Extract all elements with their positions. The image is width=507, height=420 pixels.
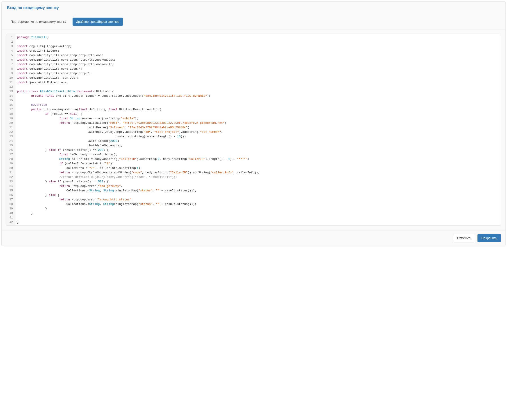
code-line[interactable]: } else if (result.status() == 200) { [17,148,501,152]
code-line[interactable]: Collections.<String, String>singletonMap… [17,202,501,206]
code-line[interactable]: } [17,220,501,225]
code-line[interactable]: import java.util.Collections; [17,80,501,85]
code-line[interactable]: .withTimeout(2000) [17,139,501,143]
tab-driver[interactable]: Драйвер провайдера звонков [73,18,123,26]
code-line[interactable]: import com.identityblitz.core.loop.http.… [17,62,501,67]
tabs-bar: Подтверждение по входящему звонку Драйве… [2,14,505,29]
content-area: 1234567891011121314151617181920212223242… [2,29,505,230]
code-line[interactable]: return HttpLoop.error("wrong_http_status… [17,198,501,202]
code-line[interactable]: return HttpLoop.error("bad_gateway", [17,184,501,188]
code-line[interactable]: import com.identityblitz.json.JObj; [17,76,501,80]
code-line[interactable]: .withHeader("X-Token", "17acf043a7767f98… [17,125,501,130]
tab-confirmation[interactable]: Подтверждение по входящему звонку [7,18,70,26]
code-line[interactable]: } [17,211,501,215]
code-line[interactable] [17,40,501,44]
code-line[interactable]: import com.identityblitz.core.loop.http.… [17,71,501,76]
save-button[interactable]: Сохранить [478,234,501,242]
code-line[interactable]: if (callerInfo.startsWith("8")) [17,161,501,166]
code-line[interactable]: } else { [17,193,501,198]
code-line[interactable]: //return HttpLoop.Ok(JsObj.empty.addStri… [17,175,501,179]
cancel-button[interactable]: Отменить [453,234,475,242]
code-line[interactable]: return HttpLoop.callBuilder("POST", "htt… [17,121,501,125]
code-line[interactable]: String callerInfo = body.asString("Calle… [17,157,501,161]
code-line[interactable]: final JsObj body = result.body(); [17,152,501,157]
code-line[interactable]: if (result == null) { [17,112,501,116]
code-line[interactable]: Collections.<String, String>singletonMap… [17,188,501,193]
code-line[interactable]: import org.slf4j.Logger; [17,49,501,53]
code-line[interactable]: import com.identityblitz.core.loop.http.… [17,58,501,62]
code-gutter: 1234567891011121314151617181920212223242… [6,34,15,225]
code-line[interactable]: public HttpLoopRequest run(final JsObj o… [17,107,501,112]
code-line[interactable] [17,215,501,220]
code-line[interactable]: private final org.slf4j.Logger logger = … [17,94,501,98]
code-line[interactable]: } [17,206,501,211]
code-line[interactable]: @Override [17,103,501,107]
code-line[interactable]: public class FlashCall1FactorFlow implem… [17,89,501,94]
code-line[interactable]: import org.slf4j.LoggerFactory; [17,44,501,49]
code-line[interactable] [17,85,501,89]
code-line[interactable]: .withBody(JsObj.empty.addString("id", "t… [17,130,501,134]
code-line[interactable]: import com.identityblitz.core.loop.http.… [17,53,501,58]
main-panel: Вход по входящему звонку Подтверждение п… [1,1,506,246]
code-line[interactable]: number.substring(number.length() - 10))) [17,134,501,139]
code-line[interactable]: package flashcall; [17,35,501,40]
code-editor[interactable]: 1234567891011121314151617181920212223242… [6,34,501,226]
code-line[interactable]: import com.identityblitz.core.loop.*; [17,67,501,71]
panel-title: Вход по входящему звонку [7,6,500,10]
footer-bar: Отменить Сохранить [2,230,505,246]
code-line[interactable]: .build(JsObj.empty); [17,143,501,148]
code-line[interactable]: callerInfo = "7" + callerInfo.substring(… [17,166,501,171]
code-line[interactable]: final String number = obj.asString("mobi… [17,116,501,121]
code-line[interactable] [17,98,501,103]
panel-header: Вход по входящему звонку [2,2,505,14]
code-line[interactable]: } else if (result.status() == 502) { [17,179,501,184]
code-line[interactable]: return HttpLoop.Ok(JsObj.empty.addString… [17,171,501,175]
code-lines[interactable]: package flashcall; import org.slf4j.Logg… [15,34,501,225]
